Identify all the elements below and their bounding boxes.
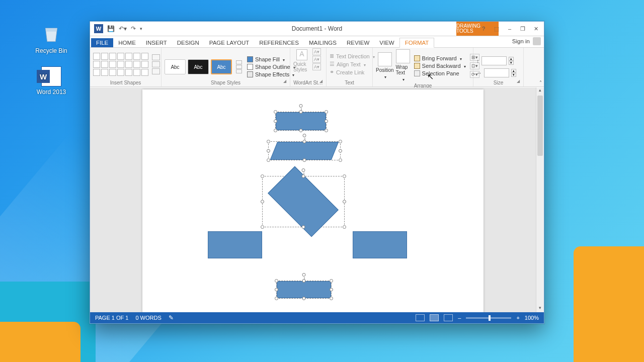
style-scroll-up[interactable] (236, 60, 242, 64)
wrap-text-button[interactable]: Wrap Text (396, 49, 410, 82)
resize-handle[interactable] (325, 110, 328, 114)
style-more[interactable] (236, 69, 242, 73)
rotate-handle[interactable] (302, 168, 305, 172)
tab-file[interactable]: FILE (91, 38, 113, 47)
read-mode-button[interactable] (416, 314, 425, 321)
resize-handle[interactable] (330, 279, 333, 283)
tab-design[interactable]: DESIGN (172, 38, 204, 47)
resize-handle[interactable] (274, 110, 277, 114)
bring-forward-button[interactable]: Bring Forward (414, 55, 466, 61)
position-button[interactable]: Position (376, 52, 394, 79)
tab-mailings[interactable]: MAILINGS (304, 38, 342, 47)
zoom-out-button[interactable]: – (458, 315, 461, 321)
resize-handle[interactable] (267, 158, 270, 162)
rotate-handle[interactable] (302, 273, 306, 277)
rotate-handle[interactable] (303, 134, 306, 137)
tab-references[interactable]: REFERENCES (254, 38, 304, 47)
tab-review[interactable]: REVIEW (342, 38, 374, 47)
selection-frame[interactable] (268, 141, 341, 160)
resize-handle[interactable] (330, 297, 333, 300)
resize-handle[interactable] (302, 297, 306, 300)
width-spin-down[interactable]: ▾ (511, 73, 516, 77)
tab-page-layout[interactable]: PAGE LAYOUT (204, 38, 254, 47)
shape-process-1[interactable] (276, 112, 326, 130)
shapes-more-button[interactable] (152, 68, 160, 74)
scroll-thumb[interactable] (537, 96, 543, 156)
edit-shape-button[interactable] (152, 54, 160, 60)
resize-handle[interactable] (343, 200, 346, 204)
qat-undo[interactable]: ↶▾ (119, 25, 127, 32)
selection-frame[interactable] (275, 112, 327, 131)
resize-handle[interactable] (343, 225, 346, 229)
resize-handle[interactable] (339, 140, 342, 143)
shape-outline-button[interactable]: Shape Outline (247, 64, 295, 70)
selection-frame[interactable] (276, 281, 332, 299)
shape-data[interactable] (270, 142, 339, 160)
shape-height-input[interactable]: ↕ ▴▾ (476, 56, 516, 65)
style-scroll-down[interactable] (236, 65, 242, 69)
send-backward-button[interactable]: Send Backward (414, 63, 466, 69)
word-count[interactable]: 0 WORDS (135, 315, 161, 321)
resize-handle[interactable] (275, 279, 278, 283)
resize-handle[interactable] (302, 279, 306, 283)
shape-width-input[interactable]: ↔ ▴▾ (476, 68, 516, 77)
resize-handle[interactable] (261, 200, 264, 204)
zoom-slider-thumb[interactable] (489, 315, 491, 321)
shapes-gallery[interactable] (93, 53, 148, 76)
resize-handle[interactable] (275, 288, 278, 292)
selection-pane-button[interactable]: Selection Pane (414, 70, 466, 76)
resize-handle[interactable] (303, 140, 306, 143)
style-tile-2[interactable]: Abc (188, 59, 209, 74)
zoom-slider[interactable] (466, 317, 511, 319)
style-tile-3-selected[interactable]: Abc (211, 59, 232, 74)
rotate-handle[interactable] (299, 104, 303, 108)
selection-frame[interactable] (262, 176, 345, 227)
proofing-indicator[interactable]: ✎ (169, 314, 174, 321)
collapse-ribbon-button[interactable]: ˄ (539, 80, 542, 85)
height-spin-up[interactable]: ▴ (509, 57, 514, 61)
scroll-down-button[interactable]: ▾ (536, 305, 544, 312)
minimize-button[interactable]: – (504, 24, 516, 33)
width-spin-up[interactable]: ▴ (511, 69, 516, 73)
vertical-scrollbar[interactable]: ▴ ▾ (536, 87, 544, 312)
resize-handle[interactable] (325, 120, 328, 123)
desktop-word-shortcut[interactable]: Word 2013 (31, 66, 71, 96)
ribbon-display-button[interactable]: ⬚ (491, 24, 503, 33)
zoom-in-button[interactable]: + (516, 315, 519, 321)
resize-handle[interactable] (267, 140, 270, 143)
sign-in-link[interactable]: Sign in (512, 38, 530, 44)
shape-process-bottom[interactable] (277, 281, 331, 298)
resize-handle[interactable] (303, 158, 306, 162)
desktop-recycle-bin[interactable]: Recycle Bin (31, 21, 71, 54)
resize-handle[interactable] (274, 129, 277, 132)
scroll-up-button[interactable]: ▴ (536, 87, 544, 95)
resize-handle[interactable] (325, 129, 328, 132)
resize-handle[interactable] (267, 149, 270, 153)
print-layout-button[interactable] (430, 314, 439, 321)
resize-handle[interactable] (261, 174, 264, 178)
resize-handle[interactable] (302, 174, 305, 178)
web-layout-button[interactable] (444, 314, 453, 321)
style-tile-1[interactable]: Abc (165, 59, 186, 74)
height-spin-down[interactable]: ▾ (509, 61, 514, 65)
qat-save[interactable]: 💾 (107, 25, 115, 32)
profile-avatar-icon[interactable] (533, 37, 541, 45)
qat-redo[interactable]: ↷ (131, 25, 136, 32)
resize-handle[interactable] (299, 110, 303, 114)
tab-home[interactable]: HOME (113, 38, 141, 47)
restore-button[interactable]: ❐ (517, 24, 529, 33)
resize-handle[interactable] (275, 297, 278, 300)
qat-customize[interactable]: ▾ (140, 26, 142, 31)
tab-view[interactable]: VIEW (374, 38, 399, 47)
resize-handle[interactable] (299, 129, 303, 132)
resize-handle[interactable] (330, 288, 333, 292)
shape-process-right[interactable] (353, 231, 407, 258)
resize-handle[interactable] (343, 174, 346, 178)
shape-effects-button[interactable]: Shape Effects (247, 71, 295, 77)
help-button[interactable]: ? (477, 24, 490, 33)
tab-format[interactable]: FORMAT (399, 38, 435, 48)
draw-textbox-button[interactable] (152, 61, 160, 67)
tab-insert[interactable]: INSERT (141, 38, 172, 47)
shape-fill-button[interactable]: Shape Fill (247, 56, 295, 62)
resize-handle[interactable] (274, 120, 277, 123)
